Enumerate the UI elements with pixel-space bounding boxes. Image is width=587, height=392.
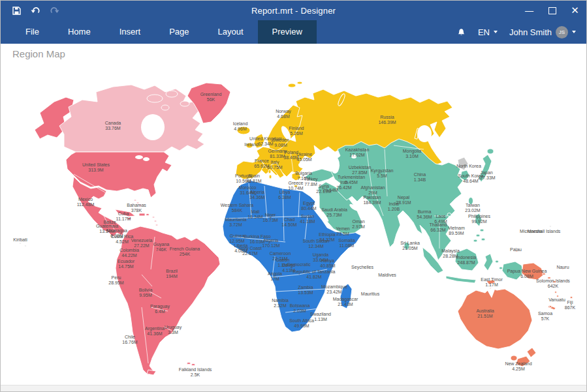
report-title: Region Map — [12, 48, 65, 59]
close-button[interactable]: ✕ — [563, 1, 586, 20]
status-strip — [1, 385, 586, 391]
quick-actions — [1, 5, 92, 16]
tab-layout[interactable]: Layout — [204, 20, 258, 44]
title-bar: Report.mrt - Designer — ✕ — [1, 1, 586, 20]
tab-home[interactable]: Home — [54, 20, 105, 44]
bell-icon[interactable] — [456, 26, 468, 38]
continent-south-america — [116, 226, 220, 375]
world-region-map — [1, 44, 586, 385]
tab-preview[interactable]: Preview — [258, 20, 317, 44]
continent-north-america — [35, 83, 230, 237]
ribbon-tabs: FileHomeInsertPageLayoutPreview — [1, 20, 317, 44]
language-selector[interactable]: EN — [478, 27, 498, 37]
window-title: Report.mrt - Designer — [92, 6, 495, 16]
menu-bar: FileHomeInsertPageLayoutPreview EN John … — [1, 20, 586, 44]
chevron-down-icon — [494, 31, 498, 33]
window-controls: — ✕ — [495, 1, 586, 20]
undo-icon[interactable] — [29, 5, 41, 16]
avatar: JS — [556, 26, 568, 38]
language-label: EN — [478, 27, 490, 37]
preview-area: Region Map — [1, 44, 586, 385]
menu-right-cluster: EN John Smith JS — [456, 26, 586, 38]
user-name: John Smith — [509, 27, 552, 37]
save-icon[interactable] — [10, 5, 22, 16]
redo-icon[interactable] — [48, 5, 60, 16]
tab-file[interactable]: File — [11, 20, 54, 44]
maximize-button[interactable] — [541, 1, 563, 20]
user-menu[interactable]: John Smith JS — [509, 26, 576, 38]
maximize-icon — [548, 7, 556, 14]
tab-insert[interactable]: Insert — [105, 20, 155, 44]
chevron-down-icon — [572, 31, 576, 33]
minimize-button[interactable]: — — [518, 1, 541, 20]
designer-window: Report.mrt - Designer — ✕ FileHomeInsert… — [0, 0, 587, 392]
tab-page[interactable]: Page — [155, 20, 203, 44]
